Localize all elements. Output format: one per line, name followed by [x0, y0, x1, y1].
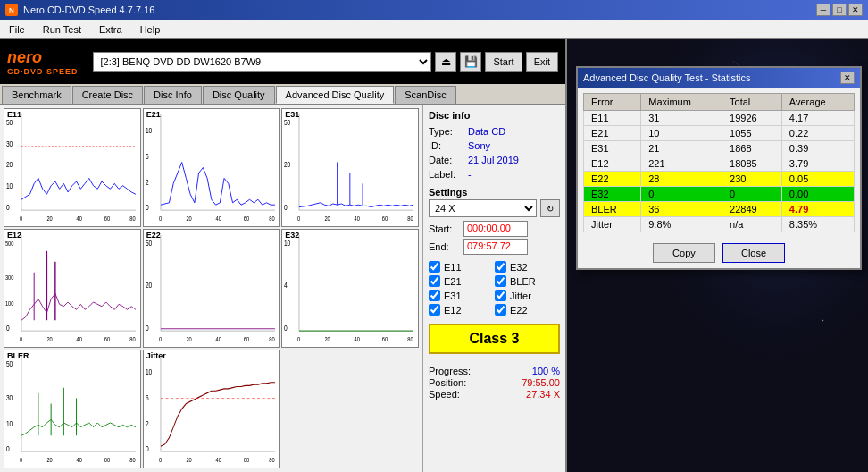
svg-text:20: 20 [325, 335, 331, 342]
menu-run-test[interactable]: Run Test [38, 22, 87, 37]
eject-button[interactable]: ⏏ [435, 52, 456, 72]
chart-e32: E32 0 4 10 0 20 40 60 80 [281, 229, 419, 348]
svg-point-107 [657, 299, 658, 299]
menu-file[interactable]: File [4, 22, 30, 37]
chart-e21: E21 0 2 6 10 0 20 40 60 80 [143, 108, 280, 227]
svg-text:10: 10 [6, 182, 13, 191]
close-button[interactable]: Close [722, 243, 785, 263]
svg-text:60: 60 [382, 335, 388, 342]
svg-text:80: 80 [269, 335, 275, 342]
disc-type-value: Data CD [468, 126, 505, 137]
window-controls: ─ □ ✕ [816, 4, 863, 16]
tab-advanced-disc-quality[interactable]: Advanced Disc Quality [276, 86, 395, 104]
svg-text:2: 2 [146, 178, 149, 187]
svg-text:0: 0 [20, 215, 23, 222]
end-time-row: End: 079:57.72 [429, 239, 560, 255]
svg-text:40: 40 [355, 335, 361, 342]
svg-text:0: 0 [6, 324, 10, 333]
copy-button[interactable]: Copy [653, 243, 715, 263]
checkbox-e12[interactable]: E12 [429, 304, 494, 316]
drive-dropdown[interactable]: [2:3] BENQ DVD DD DW1620 B7W9 [93, 52, 432, 72]
svg-text:80: 80 [129, 335, 136, 342]
info-panel: Disc info Type: Data CD ID: Sony Date: 2… [422, 105, 565, 472]
menu-extra[interactable]: Extra [94, 22, 128, 37]
svg-text:0: 0 [159, 456, 163, 463]
tab-create-disc[interactable]: Create Disc [72, 86, 143, 104]
chart-bler-svg: 0 10 30 50 0 20 40 60 80 [4, 350, 140, 468]
stats-close-x-button[interactable]: ✕ [840, 72, 855, 84]
speed-value: 27.34 X [526, 389, 560, 400]
checkbox-e32[interactable]: E32 [495, 261, 560, 273]
chart-e31-svg: 0 20 50 0 20 40 60 80 [282, 109, 418, 226]
progress-label: Progress: [429, 366, 471, 376]
refresh-button[interactable]: ↻ [540, 199, 560, 217]
svg-text:10: 10 [6, 419, 13, 428]
tab-disc-info[interactable]: Disc Info [144, 86, 202, 104]
chart-e22-svg: 0 20 50 0 20 40 60 80 [144, 230, 280, 347]
table-row: E12 221 18085 3.79 [584, 156, 855, 172]
chart-e32-svg: 0 4 10 0 20 40 60 80 [282, 230, 418, 347]
svg-text:2: 2 [146, 419, 149, 428]
progress-section: Progress: 100 % Position: 79:55.00 Speed… [429, 365, 560, 400]
tab-benchmark[interactable]: Benchmark [2, 86, 71, 104]
checkbox-jitter[interactable]: Jitter [495, 290, 560, 301]
speed-select[interactable]: 24 X [429, 199, 537, 217]
svg-text:0: 0 [297, 335, 301, 342]
tab-scandisc[interactable]: ScanDisc [395, 86, 455, 104]
chart-e22: E22 0 20 50 0 20 40 60 80 [143, 229, 280, 348]
background-image: Advanced Disc Quality Test - Statistics … [567, 39, 868, 472]
maximize-button[interactable]: □ [832, 4, 847, 16]
svg-text:20: 20 [186, 456, 192, 463]
tab-bar: Benchmark Create Disc Disc Info Disc Qua… [0, 84, 565, 105]
tab-disc-quality[interactable]: Disc Quality [203, 86, 275, 104]
svg-text:60: 60 [244, 215, 250, 222]
col-error: Error [584, 94, 641, 111]
disc-info-title: Disc info [429, 110, 560, 121]
svg-text:50: 50 [6, 359, 13, 368]
svg-text:50: 50 [6, 118, 13, 127]
table-row-e32: E32 0 0 0.00 [584, 187, 855, 202]
disc-id-value: Sony [468, 140, 490, 151]
chart-e11: E11 0 10 20 30 50 0 20 40 60 80 [4, 108, 141, 227]
svg-text:60: 60 [104, 335, 111, 342]
disc-date-value: 21 Jul 2019 [468, 155, 519, 165]
checkbox-e31[interactable]: E31 [429, 290, 494, 301]
svg-text:20: 20 [325, 215, 331, 222]
svg-text:50: 50 [146, 239, 152, 248]
svg-text:80: 80 [129, 456, 136, 463]
svg-point-109 [597, 364, 597, 365]
svg-text:60: 60 [382, 215, 388, 222]
checkbox-e21[interactable]: E21 [429, 275, 494, 287]
table-row-e22: E22 28 230 0.05 [584, 172, 855, 187]
stats-table: Error Maximum Total Average E11 31 19926… [583, 93, 855, 232]
app-title: Nero CD-DVD Speed 4.7.7.16 [23, 4, 154, 15]
checkbox-bler[interactable]: BLER [495, 275, 560, 287]
checkbox-e11[interactable]: E11 [429, 261, 494, 273]
start-button[interactable]: Start [485, 52, 522, 72]
disc-id-row: ID: Sony [429, 140, 560, 151]
svg-text:60: 60 [104, 215, 111, 222]
close-button[interactable]: ✕ [848, 4, 863, 16]
disc-label-value: - [468, 169, 472, 180]
svg-text:80: 80 [408, 335, 414, 342]
disc-info-button[interactable]: 💾 [460, 52, 481, 72]
svg-text:10: 10 [146, 127, 152, 136]
svg-text:40: 40 [215, 335, 221, 342]
chart-area: E11 0 10 20 30 50 0 20 40 60 80 [0, 105, 565, 472]
start-time-value: 000:00.00 [463, 221, 528, 237]
svg-text:80: 80 [269, 456, 275, 463]
main-content: nero CD·DVD SPEED [2:3] BENQ DVD DD DW16… [0, 39, 868, 472]
position-label: Position: [429, 377, 466, 388]
stats-popup: Advanced Disc Quality Test - Statistics … [576, 66, 862, 270]
chart-e12: E12 0 100 300 500 0 20 40 60 80 [4, 229, 141, 348]
exit-button[interactable]: Exit [526, 52, 558, 72]
position-value: 79:55.00 [522, 377, 560, 388]
minimize-button[interactable]: ─ [816, 4, 830, 16]
svg-text:0: 0 [159, 335, 163, 342]
checkbox-e22[interactable]: E22 [495, 304, 560, 316]
svg-text:80: 80 [269, 215, 275, 222]
menu-help[interactable]: Help [135, 22, 166, 37]
svg-text:60: 60 [244, 335, 250, 342]
svg-text:30: 30 [6, 139, 13, 148]
stats-title-bar: Advanced Disc Quality Test - Statistics … [578, 68, 860, 88]
